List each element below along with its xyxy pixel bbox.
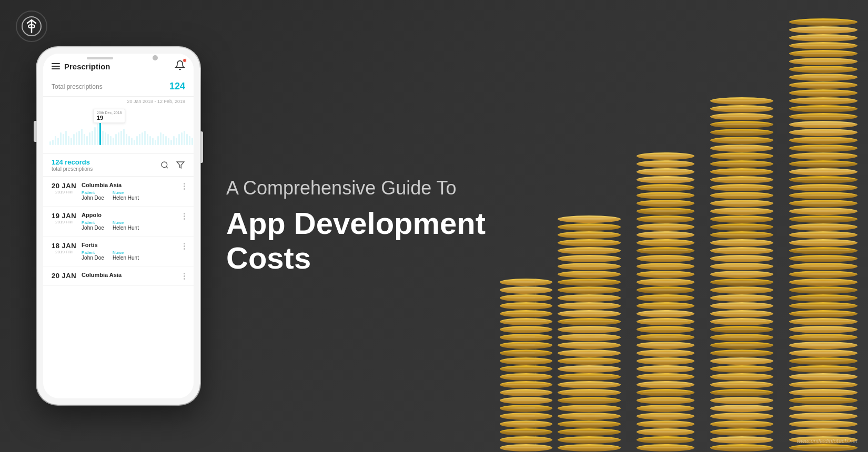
records-info: 124 records total prescriptions [52, 158, 93, 172]
phone-screen: Prescription Total prescriptions 124 20 … [43, 54, 194, 398]
chart-bar [110, 136, 112, 145]
notification-button[interactable] [175, 60, 185, 73]
chart-bar [78, 131, 80, 145]
prescription-item[interactable]: 19 JAN 2019 FRI Appolo Patient John Doe … [43, 207, 194, 237]
item-menu-button[interactable] [184, 212, 185, 220]
chart-bar [60, 132, 62, 145]
chart-bar [191, 138, 193, 145]
chart-bar [52, 140, 54, 145]
date-sub: 2019 FRI [55, 190, 73, 194]
hospital-name: Columbia Asia [82, 272, 178, 278]
chart-bar [136, 136, 138, 145]
chart-bar [186, 134, 188, 145]
chart-bar [107, 134, 109, 145]
chart-bar [118, 132, 119, 145]
svg-point-1 [162, 162, 167, 168]
total-count: 124 [169, 81, 185, 92]
chart-bar [123, 129, 125, 145]
chart-bar [105, 132, 106, 145]
date-column: 18 JAN 2019 FRI [52, 242, 76, 254]
chart-bar [152, 138, 154, 145]
prescription-item[interactable]: 20 JAN 2019 FRI Columbia Asia Patient Jo… [43, 177, 194, 207]
item-menu-button[interactable] [184, 182, 185, 190]
patient-name: John Doe [82, 255, 104, 261]
hospital-name: Columbia Asia [82, 182, 178, 188]
chart-bar [126, 134, 127, 145]
tooltip-value: 19 [97, 115, 122, 121]
phone-button-left [34, 121, 37, 142]
guide-subtitle: A Comprehensive Guide To [226, 176, 552, 201]
nurse-role: Nurse [113, 220, 139, 225]
date-column: 19 JAN 2019 FRI [52, 212, 76, 224]
chart-tooltip: 20th Dec, 2018 19 [93, 109, 125, 123]
date-day: 20 JAN [52, 272, 76, 280]
item-details: Fortis Patient John Doe Nurse Helen Hunt [82, 242, 178, 261]
item-menu-button[interactable] [184, 242, 185, 250]
records-label: total prescriptions [52, 166, 93, 172]
logo [16, 11, 47, 42]
chart-bar [181, 132, 183, 145]
chart-bar [144, 131, 146, 145]
chart-bar [84, 134, 85, 145]
chart-bar [134, 140, 135, 145]
svg-marker-3 [177, 162, 184, 168]
records-count: 124 records [52, 158, 93, 166]
patient-column: Patient John Doe [82, 250, 104, 261]
search-icon [160, 161, 169, 169]
nurse-name: Helen Hunt [113, 255, 139, 261]
chart-bar [176, 138, 177, 145]
logo-icon [21, 16, 42, 37]
prescription-list: 20 JAN 2019 FRI Columbia Asia Patient Jo… [43, 177, 194, 398]
prescription-item[interactable]: 18 JAN 2019 FRI Fortis Patient John Doe … [43, 237, 194, 266]
chart-bar [168, 138, 169, 145]
item-details: Columbia Asia [82, 272, 178, 280]
chart-bar [139, 134, 140, 145]
patient-role: Patient [82, 220, 104, 225]
chart-bar [189, 136, 190, 145]
patient-column: Patient John Doe [82, 220, 104, 231]
phone-speaker [87, 57, 113, 59]
nurse-role: Nurse [113, 250, 139, 255]
patient-role: Patient [82, 250, 104, 255]
item-menu-button[interactable] [184, 272, 185, 280]
patient-column: Patient John Doe [82, 190, 104, 201]
nurse-column: Nurse Helen Hunt [113, 250, 139, 261]
item-details: Appolo Patient John Doe Nurse Helen Hunt [82, 212, 178, 231]
chart-bar [97, 124, 98, 145]
date-sub: 2019 FRI [55, 220, 73, 224]
patient-role: Patient [82, 190, 104, 195]
filter-icon [176, 161, 185, 169]
prescription-item[interactable]: 20 JAN Columbia Asia [43, 266, 194, 286]
notification-badge [183, 58, 187, 63]
date-column: 20 JAN 2019 FRI [52, 182, 76, 194]
people-info: Patient John Doe Nurse Helen Hunt [82, 220, 178, 231]
filter-button[interactable] [176, 160, 185, 170]
app-title: Prescription [64, 62, 110, 71]
chart-bar [149, 136, 151, 145]
search-button[interactable] [160, 160, 169, 170]
chart-bar [184, 131, 185, 145]
chart-bar [81, 129, 83, 145]
chart-bar [131, 138, 133, 145]
chart-bar [89, 132, 90, 145]
app-header: Prescription [43, 54, 194, 77]
chart-bar [57, 138, 59, 145]
chart-bar [147, 134, 148, 145]
chart-bar [163, 134, 164, 145]
patient-name: John Doe [82, 195, 104, 201]
chart-bar [92, 131, 93, 145]
chart-bar [65, 131, 67, 145]
chart-bar [63, 134, 64, 145]
main-text-content: A Comprehensive Guide To App Development… [226, 176, 552, 276]
records-section: 124 records total prescriptions [43, 153, 194, 177]
chart-bar [170, 140, 172, 145]
chart-bar [128, 136, 130, 145]
date-range: 20 Jan 2018 - 12 Feb, 2019 [43, 97, 194, 106]
chart-bar [113, 138, 114, 145]
watermark: www.unifiedinfotech.net [796, 438, 857, 444]
records-actions [160, 158, 185, 170]
chart-bar [94, 127, 96, 145]
total-prescriptions-section: Total prescriptions 124 [43, 77, 194, 97]
hospital-name: Fortis [82, 242, 178, 248]
hamburger-icon[interactable] [52, 63, 60, 69]
